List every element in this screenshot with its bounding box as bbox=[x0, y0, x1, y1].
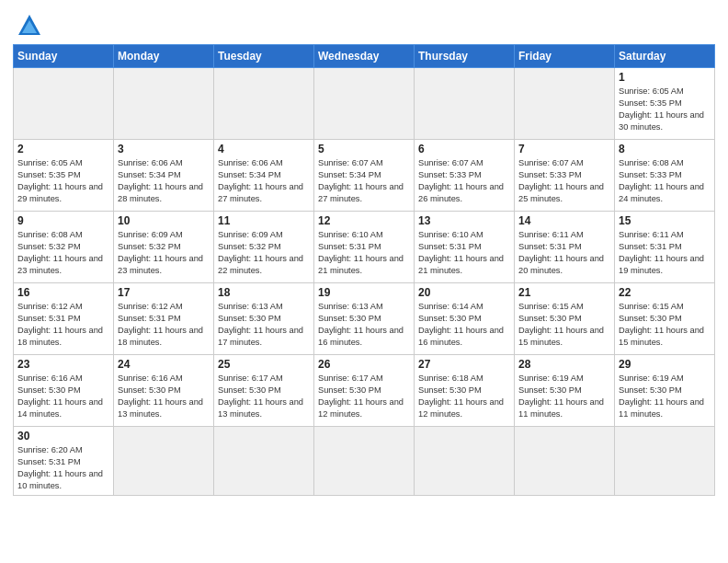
day-info: Sunrise: 6:13 AMSunset: 5:30 PMDaylight:… bbox=[318, 301, 410, 349]
calendar-cell bbox=[314, 68, 415, 140]
day-number: 26 bbox=[318, 358, 410, 371]
header bbox=[13, 9, 715, 39]
weekday-header-tuesday: Tuesday bbox=[214, 45, 314, 68]
day-number: 10 bbox=[118, 214, 210, 227]
weekday-header-saturday: Saturday bbox=[615, 45, 715, 68]
day-info: Sunrise: 6:20 AMSunset: 5:31 PMDaylight:… bbox=[17, 444, 109, 492]
day-info: Sunrise: 6:12 AMSunset: 5:31 PMDaylight:… bbox=[17, 301, 109, 349]
calendar-cell: 20Sunrise: 6:14 AMSunset: 5:30 PMDayligh… bbox=[415, 283, 515, 355]
calendar-cell: 12Sunrise: 6:10 AMSunset: 5:31 PMDayligh… bbox=[314, 212, 415, 283]
calendar-cell: 9Sunrise: 6:08 AMSunset: 5:32 PMDaylight… bbox=[14, 212, 114, 283]
calendar-cell: 28Sunrise: 6:19 AMSunset: 5:30 PMDayligh… bbox=[515, 355, 615, 427]
day-info: Sunrise: 6:07 AMSunset: 5:34 PMDaylight:… bbox=[318, 157, 410, 205]
calendar-cell bbox=[214, 427, 314, 496]
day-number: 23 bbox=[17, 358, 109, 371]
day-number: 1 bbox=[619, 71, 711, 84]
day-number: 29 bbox=[619, 358, 711, 371]
calendar-cell: 11Sunrise: 6:09 AMSunset: 5:32 PMDayligh… bbox=[214, 212, 314, 283]
calendar-cell: 17Sunrise: 6:12 AMSunset: 5:31 PMDayligh… bbox=[114, 283, 214, 355]
day-number: 25 bbox=[218, 358, 310, 371]
day-info: Sunrise: 6:08 AMSunset: 5:33 PMDaylight:… bbox=[619, 157, 711, 205]
calendar-cell: 5Sunrise: 6:07 AMSunset: 5:34 PMDaylight… bbox=[314, 140, 415, 212]
weekday-header-sunday: Sunday bbox=[14, 45, 114, 68]
day-info: Sunrise: 6:15 AMSunset: 5:30 PMDaylight:… bbox=[619, 301, 711, 349]
calendar-cell bbox=[415, 68, 515, 140]
calendar-cell: 4Sunrise: 6:06 AMSunset: 5:34 PMDaylight… bbox=[214, 140, 314, 212]
calendar-cell: 6Sunrise: 6:07 AMSunset: 5:33 PMDaylight… bbox=[415, 140, 515, 212]
day-number: 8 bbox=[619, 143, 711, 155]
calendar-cell bbox=[314, 427, 415, 496]
calendar-cell: 24Sunrise: 6:16 AMSunset: 5:30 PMDayligh… bbox=[114, 355, 214, 427]
calendar-cell: 30Sunrise: 6:20 AMSunset: 5:31 PMDayligh… bbox=[14, 427, 114, 496]
day-number: 16 bbox=[17, 286, 109, 299]
calendar-cell: 8Sunrise: 6:08 AMSunset: 5:33 PMDaylight… bbox=[615, 140, 715, 212]
day-info: Sunrise: 6:19 AMSunset: 5:30 PMDaylight:… bbox=[518, 373, 610, 420]
calendar-cell: 26Sunrise: 6:17 AMSunset: 5:30 PMDayligh… bbox=[314, 355, 415, 427]
calendar-cell: 23Sunrise: 6:16 AMSunset: 5:30 PMDayligh… bbox=[14, 355, 114, 427]
day-number: 17 bbox=[118, 286, 210, 299]
calendar-cell bbox=[515, 68, 615, 140]
day-number: 13 bbox=[418, 214, 510, 227]
day-info: Sunrise: 6:06 AMSunset: 5:34 PMDaylight:… bbox=[218, 157, 310, 205]
calendar-cell: 7Sunrise: 6:07 AMSunset: 5:33 PMDaylight… bbox=[515, 140, 615, 212]
day-number: 21 bbox=[518, 286, 610, 299]
day-info: Sunrise: 6:15 AMSunset: 5:30 PMDaylight:… bbox=[518, 301, 610, 349]
day-info: Sunrise: 6:18 AMSunset: 5:30 PMDaylight:… bbox=[418, 373, 510, 420]
calendar-cell: 1Sunrise: 6:05 AMSunset: 5:35 PMDaylight… bbox=[615, 68, 715, 140]
day-number: 4 bbox=[218, 143, 310, 155]
calendar-cell bbox=[415, 427, 515, 496]
day-number: 20 bbox=[418, 286, 510, 299]
calendar-cell: 10Sunrise: 6:09 AMSunset: 5:32 PMDayligh… bbox=[114, 212, 214, 283]
weekday-header-wednesday: Wednesday bbox=[314, 45, 415, 68]
day-info: Sunrise: 6:16 AMSunset: 5:30 PMDaylight:… bbox=[17, 373, 109, 420]
day-info: Sunrise: 6:12 AMSunset: 5:31 PMDaylight:… bbox=[118, 301, 210, 349]
calendar-cell: 18Sunrise: 6:13 AMSunset: 5:30 PMDayligh… bbox=[214, 283, 314, 355]
calendar-cell: 19Sunrise: 6:13 AMSunset: 5:30 PMDayligh… bbox=[314, 283, 415, 355]
day-info: Sunrise: 6:17 AMSunset: 5:30 PMDaylight:… bbox=[218, 373, 310, 420]
calendar-cell bbox=[615, 427, 715, 496]
day-number: 12 bbox=[318, 214, 410, 227]
day-number: 19 bbox=[318, 286, 410, 299]
calendar-cell bbox=[114, 427, 214, 496]
logo-icon bbox=[17, 13, 42, 39]
day-number: 6 bbox=[418, 143, 510, 155]
day-info: Sunrise: 6:07 AMSunset: 5:33 PMDaylight:… bbox=[418, 157, 510, 205]
calendar-cell bbox=[14, 68, 114, 140]
day-info: Sunrise: 6:11 AMSunset: 5:31 PMDaylight:… bbox=[619, 229, 711, 277]
day-info: Sunrise: 6:19 AMSunset: 5:30 PMDaylight:… bbox=[619, 373, 711, 420]
day-number: 9 bbox=[17, 214, 109, 227]
day-number: 24 bbox=[118, 358, 210, 371]
day-number: 5 bbox=[318, 143, 410, 155]
calendar-cell: 3Sunrise: 6:06 AMSunset: 5:34 PMDaylight… bbox=[114, 140, 214, 212]
day-info: Sunrise: 6:05 AMSunset: 5:35 PMDaylight:… bbox=[17, 157, 109, 205]
calendar-cell bbox=[114, 68, 214, 140]
day-number: 28 bbox=[518, 358, 610, 371]
day-number: 3 bbox=[118, 143, 210, 155]
calendar-cell: 14Sunrise: 6:11 AMSunset: 5:31 PMDayligh… bbox=[515, 212, 615, 283]
day-number: 27 bbox=[418, 358, 510, 371]
calendar-cell: 16Sunrise: 6:12 AMSunset: 5:31 PMDayligh… bbox=[14, 283, 114, 355]
calendar-cell bbox=[515, 427, 615, 496]
calendar-cell: 22Sunrise: 6:15 AMSunset: 5:30 PMDayligh… bbox=[615, 283, 715, 355]
day-info: Sunrise: 6:07 AMSunset: 5:33 PMDaylight:… bbox=[518, 157, 610, 205]
weekday-header-friday: Friday bbox=[515, 45, 615, 68]
day-info: Sunrise: 6:08 AMSunset: 5:32 PMDaylight:… bbox=[17, 229, 109, 277]
calendar-cell bbox=[214, 68, 314, 140]
day-info: Sunrise: 6:09 AMSunset: 5:32 PMDaylight:… bbox=[118, 229, 210, 277]
day-number: 7 bbox=[518, 143, 610, 155]
calendar-cell: 29Sunrise: 6:19 AMSunset: 5:30 PMDayligh… bbox=[615, 355, 715, 427]
weekday-header-thursday: Thursday bbox=[415, 45, 515, 68]
day-info: Sunrise: 6:05 AMSunset: 5:35 PMDaylight:… bbox=[619, 86, 711, 133]
day-number: 11 bbox=[218, 214, 310, 227]
day-number: 14 bbox=[518, 214, 610, 227]
day-number: 18 bbox=[218, 286, 310, 299]
day-info: Sunrise: 6:16 AMSunset: 5:30 PMDaylight:… bbox=[118, 373, 210, 420]
page: SundayMondayTuesdayWednesdayThursdayFrid… bbox=[0, 0, 728, 563]
day-info: Sunrise: 6:17 AMSunset: 5:30 PMDaylight:… bbox=[318, 373, 410, 420]
day-info: Sunrise: 6:10 AMSunset: 5:31 PMDaylight:… bbox=[418, 229, 510, 277]
day-info: Sunrise: 6:10 AMSunset: 5:31 PMDaylight:… bbox=[318, 229, 410, 277]
day-number: 15 bbox=[619, 214, 711, 227]
calendar-cell: 25Sunrise: 6:17 AMSunset: 5:30 PMDayligh… bbox=[214, 355, 314, 427]
calendar-cell: 2Sunrise: 6:05 AMSunset: 5:35 PMDaylight… bbox=[14, 140, 114, 212]
day-info: Sunrise: 6:14 AMSunset: 5:30 PMDaylight:… bbox=[418, 301, 510, 349]
